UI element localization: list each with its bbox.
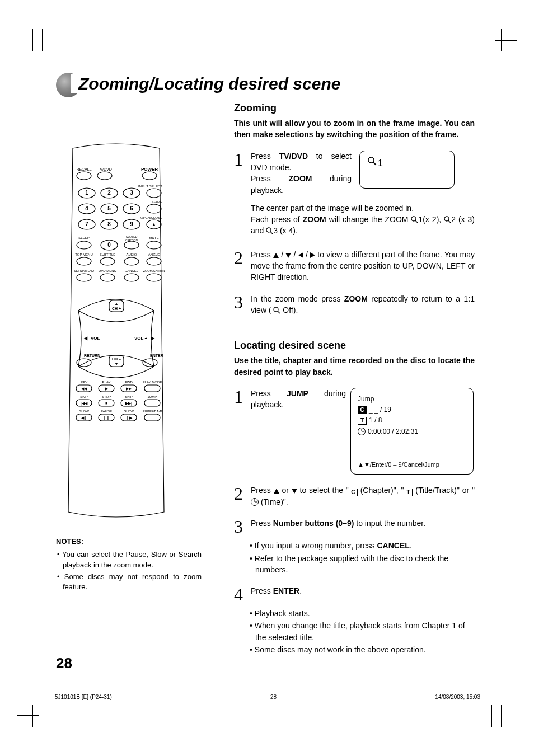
magnifier-icon (368, 157, 377, 166)
footer-mid: 28 (270, 694, 277, 700)
title-icon: T (358, 417, 367, 425)
svg-point-39 (147, 241, 161, 249)
svg-text:3: 3 (130, 190, 133, 196)
svg-text:5: 5 (107, 205, 111, 212)
svg-rect-91 (144, 400, 160, 406)
svg-line-112 (278, 311, 280, 313)
svg-text:PLAY: PLAY (102, 381, 111, 384)
svg-text:SLOW: SLOW (79, 410, 89, 413)
step-number: 2 (234, 249, 249, 267)
page-title: Zooming/Locating desired scene (71, 74, 340, 93)
down-icon (292, 489, 297, 494)
crop-mark (501, 705, 502, 727)
svg-text:TV/DVD: TV/DVD (97, 167, 112, 171)
svg-text:❙❙: ❙❙ (103, 416, 110, 420)
svg-line-108 (448, 220, 451, 223)
crop-mark (42, 29, 43, 51)
note-item: Some discs may not respond to zoom featu… (56, 572, 202, 593)
svg-text:▶▶|: ▶▶| (125, 401, 132, 406)
svg-text:POWER: POWER (141, 167, 158, 172)
svg-rect-80 (144, 385, 160, 392)
svg-line-106 (415, 220, 418, 223)
clock-icon (358, 428, 366, 435)
left-column: RECALL TV/DVD POWER INPUT SELECT 1 2 3 G… (56, 143, 202, 594)
svg-point-4 (97, 172, 112, 180)
zoom-osd-box: 1 (359, 151, 455, 189)
footer-right: 14/08/2003, 15:03 (435, 694, 480, 700)
svg-point-109 (266, 228, 271, 232)
svg-text:CANCEL: CANCEL (125, 269, 139, 273)
footer-left: 5J10101B [E] (P24-31) (55, 694, 112, 700)
svg-text:MUTE: MUTE (149, 236, 159, 240)
title-icon: T (404, 489, 413, 496)
svg-point-46 (124, 257, 139, 265)
svg-point-55 (147, 274, 161, 281)
locate-step-2: 2 Press or to select the "C (Chapter)", … (234, 485, 475, 508)
svg-point-21 (147, 204, 161, 213)
svg-point-45 (100, 257, 115, 265)
crop-mark (17, 715, 39, 716)
note-item: You can select the Pause, Slow or Search… (56, 550, 202, 571)
step-number: 4 (234, 585, 249, 603)
svg-point-35 (77, 241, 91, 249)
svg-text:◀❙: ◀❙ (81, 416, 87, 420)
svg-text:RECALL: RECALL (76, 167, 91, 171)
locate-step-1: 1 Press JUMP during playback. Jump C_ _ … (234, 388, 475, 475)
svg-point-66 (143, 359, 157, 367)
svg-point-111 (274, 307, 278, 312)
crop-mark (495, 40, 517, 41)
svg-text:|◀◀: |◀◀ (81, 401, 88, 406)
svg-text:❙▶: ❙▶ (126, 416, 133, 420)
svg-text:1: 1 (85, 190, 88, 196)
locating-lead: Use the title, chapter and time recorded… (234, 355, 475, 378)
svg-text:RETURN: RETURN (84, 354, 100, 358)
svg-point-5 (142, 172, 157, 180)
svg-text:SKIP: SKIP (125, 395, 133, 398)
locating-heading: Locating desired scene (234, 338, 475, 353)
svg-text:CH +: CH + (112, 307, 121, 311)
svg-text:9: 9 (130, 221, 133, 227)
down-icon (285, 253, 291, 258)
step-number: 3 (234, 293, 249, 311)
page-number: 28 (56, 655, 72, 672)
svg-text:GAME: GAME (152, 200, 162, 204)
zoom-level: 1 (378, 157, 383, 170)
crop-mark (32, 29, 33, 51)
svg-text:DVD MENU: DVD MENU (99, 269, 116, 273)
svg-text:2: 2 (107, 190, 111, 196)
clock-icon (251, 498, 259, 506)
svg-text:▲: ▲ (152, 222, 157, 227)
svg-rect-102 (144, 414, 160, 421)
svg-point-13 (147, 189, 161, 198)
svg-text:▶: ▶ (151, 336, 155, 341)
svg-text:PLAY MODE: PLAY MODE (143, 381, 162, 384)
svg-line-110 (270, 232, 273, 234)
step-number: 3 (234, 518, 249, 536)
chapter-icon: C (349, 489, 358, 496)
svg-point-54 (124, 274, 139, 281)
notes-heading: NOTES: (56, 537, 202, 547)
notes-block: NOTES: You can select the Pause, Slow or… (56, 537, 202, 593)
svg-point-107 (444, 217, 449, 221)
svg-point-47 (147, 257, 161, 265)
locate-step-3-notes: If you input a wrong number, press CANCE… (234, 540, 475, 575)
svg-text:0: 0 (107, 242, 111, 248)
svg-text:SLEEP: SLEEP (78, 236, 89, 240)
svg-point-44 (77, 257, 91, 265)
right-column: Zooming This unit will allow you to zoom… (234, 101, 475, 656)
step-number: 1 (234, 388, 249, 406)
svg-text:CH –: CH – (112, 357, 121, 361)
footer: 5J10101B [E] (P24-31) 28 14/08/2003, 15:… (55, 694, 480, 700)
svg-text:▼: ▼ (115, 362, 119, 366)
svg-text:REV: REV (81, 381, 87, 384)
svg-text:SUBTITLE: SUBTITLE (100, 253, 116, 256)
svg-text:ENTER: ENTER (150, 354, 163, 358)
zooming-lead: This unit will allow you to zoom in on t… (234, 118, 475, 140)
left-icon (298, 252, 303, 258)
remote-illustration: RECALL TV/DVD POWER INPUT SELECT 1 2 3 G… (56, 143, 176, 523)
svg-text:▲: ▲ (115, 302, 119, 306)
svg-point-38 (124, 241, 139, 249)
zoom-step-3: 3 In the zoom mode press ZOOM repeatedly… (234, 293, 475, 316)
svg-text:◀: ◀ (83, 336, 88, 341)
step-number: 2 (234, 485, 249, 503)
